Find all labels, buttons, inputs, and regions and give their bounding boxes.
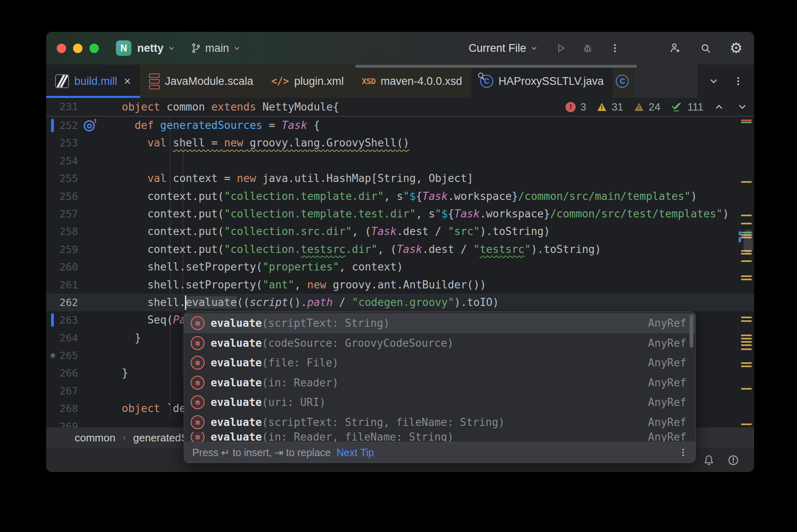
tab-haproxyssltlv-java[interactable]: C HAProxySSLTLV.java <box>471 64 613 98</box>
hidden-tabs-chevron-icon[interactable] <box>708 76 719 86</box>
vcs-stripe-mark <box>739 231 741 235</box>
debug-button[interactable] <box>582 42 593 54</box>
completion-return-type: AnyRef <box>648 317 686 329</box>
code-line[interactable]: 260 shell.setProperty("properties", cont… <box>46 258 754 276</box>
completion-item[interactable]: mevaluate(scriptText: String, fileName: … <box>184 412 695 432</box>
gutter-dot <box>51 353 55 358</box>
branch-name[interactable]: main <box>205 42 229 55</box>
inspections-widget[interactable]: ! 3 31 24 111 <box>565 101 754 113</box>
run-button[interactable] <box>555 42 566 54</box>
mill-file-icon <box>55 74 69 88</box>
code-line[interactable]: 262 shell.evaluate((script().path / "cod… <box>46 294 754 311</box>
stripe-mark <box>741 341 752 343</box>
ide-window: N netty main Current File <box>46 32 754 472</box>
code-text: context.put("collection.template.test.di… <box>109 205 729 223</box>
completion-item[interactable]: mevaluate(codeSource: GroovyCodeSource)A… <box>184 333 695 353</box>
code-line[interactable]: 259 context.put("collection.testsrc.dir"… <box>46 241 754 258</box>
code-line[interactable]: 258 context.put("collection.src.dir", (T… <box>46 223 754 240</box>
problems-indicator-icon[interactable] <box>727 454 739 466</box>
code-text: object `de <box>109 400 186 417</box>
next-tip-link[interactable]: Next Tip <box>336 447 374 459</box>
more-actions-menu[interactable] <box>610 43 620 53</box>
close-window-button[interactable] <box>57 44 66 53</box>
completion-popup: mevaluate(scriptText: String)AnyRefmeval… <box>184 311 696 463</box>
zoom-window-button[interactable] <box>89 44 99 53</box>
code-with-me-icon[interactable] <box>669 42 681 54</box>
code-text: context.put("collection.src.dir", (Task.… <box>109 223 550 240</box>
ok-count: 111 <box>687 101 703 113</box>
xsd-file-icon: XSD <box>362 76 375 86</box>
tab-strip-scrollbar[interactable] <box>355 65 637 68</box>
stripe-mark <box>741 120 752 121</box>
code-text: } <box>109 329 141 347</box>
previous-problem-chevron-icon[interactable] <box>714 102 724 112</box>
stripe-mark <box>741 223 752 224</box>
settings-gear-icon[interactable]: ⚙ <box>730 41 743 55</box>
scrollbar-thumb[interactable] <box>744 230 753 253</box>
project-name[interactable]: netty <box>137 42 164 55</box>
tab-javamodule-scala[interactable]: JavaModule.scala <box>140 64 262 98</box>
code-line[interactable]: 261 shell.setProperty("ant", new groovy.… <box>46 276 754 294</box>
completion-item[interactable]: mevaluate(in: Reader)AnyRef <box>184 373 695 393</box>
completion-params: (codeSource: GroovyCodeSource) <box>262 337 454 349</box>
completion-item[interactable]: mevaluate(uri: URI)AnyRef <box>184 392 695 412</box>
vcs-change-marker <box>51 313 54 327</box>
vcs-change-marker <box>51 119 54 132</box>
title-bar: N netty main Current File <box>46 32 754 64</box>
tab-build-mill[interactable]: build.mill <box>46 64 140 98</box>
code-text: shell.setProperty("properties", context) <box>109 258 403 276</box>
code-text: context.put("collection.testsrc.dir", (T… <box>109 241 601 258</box>
weak-warning-icon <box>634 102 644 112</box>
completion-name: evaluate <box>211 416 262 428</box>
code-text: val context = new java.util.HashMap[Stri… <box>109 170 473 187</box>
tab-bar-controls <box>698 64 754 98</box>
stripe-mark <box>741 388 752 390</box>
chevron-down-icon <box>232 44 241 53</box>
line-number: 268 <box>46 400 78 417</box>
next-problem-chevron-icon[interactable] <box>737 102 748 112</box>
breadcrumb-item-common[interactable]: common <box>75 432 116 444</box>
code-line[interactable]: 254 <box>46 152 754 170</box>
line-number: 261 <box>46 276 78 294</box>
tab-plugin-xml[interactable]: </> plugin.xml <box>262 64 353 98</box>
error-icon: ! <box>565 102 576 112</box>
tab-label: HAProxySSLTLV.java <box>499 75 604 88</box>
overrides-gutter-icon[interactable] <box>84 120 95 131</box>
code-line[interactable]: 253 val shell = new groovy.lang.GroovySh… <box>46 134 754 152</box>
warning-count: 31 <box>612 101 623 113</box>
stripe-mark <box>741 122 752 123</box>
git-branch-icon <box>191 43 201 53</box>
java-class-icon: C <box>616 75 629 88</box>
error-count: 3 <box>580 101 586 113</box>
code-text: val shell = new groovy.lang.GroovyShell(… <box>109 134 410 152</box>
error-stripe-scrollbar[interactable] <box>740 117 754 428</box>
notifications-bell-icon[interactable] <box>703 454 715 466</box>
tab-maven-xsd[interactable]: XSD maven-4.0.0.xsd <box>353 64 471 98</box>
completion-item[interactable]: mevaluate(scriptText: String)AnyRef <box>184 313 695 333</box>
code-line[interactable]: 255 val context = new java.util.HashMap[… <box>46 170 754 187</box>
breadcrumb-separator: › <box>123 432 126 443</box>
popup-options-kebab-icon[interactable] <box>678 448 688 457</box>
minimize-window-button[interactable] <box>73 44 82 53</box>
sticky-line[interactable]: 231 object common extends NettyModule{ !… <box>46 98 754 117</box>
code-line[interactable]: 252 def generatedSources = Task { <box>46 117 754 134</box>
stripe-mark <box>741 260 752 262</box>
close-icon[interactable] <box>124 78 131 85</box>
tab-options-kebab-icon[interactable] <box>733 76 744 86</box>
tab-partial[interactable]: C <box>612 64 634 98</box>
run-configuration[interactable]: Current File <box>469 42 526 55</box>
search-icon[interactable] <box>699 42 712 54</box>
completion-params: (uri: URI) <box>262 396 326 408</box>
stripe-mark <box>741 344 752 346</box>
completion-return-type: AnyRef <box>648 337 686 349</box>
line-number: 255 <box>46 170 78 187</box>
java-class-icon: C <box>480 75 493 88</box>
code-line[interactable]: 256 context.put("collection.template.dir… <box>46 188 754 205</box>
completion-item[interactable]: mevaluate(in: Reader, fileName: String)A… <box>184 432 695 442</box>
stripe-mark <box>741 317 752 318</box>
stripe-mark <box>741 253 752 255</box>
method-icon: m <box>191 432 205 442</box>
completion-item[interactable]: mevaluate(file: File)AnyRef <box>184 353 695 373</box>
code-line[interactable]: 257 context.put("collection.template.tes… <box>46 205 754 223</box>
popup-scrollbar[interactable] <box>690 315 693 348</box>
